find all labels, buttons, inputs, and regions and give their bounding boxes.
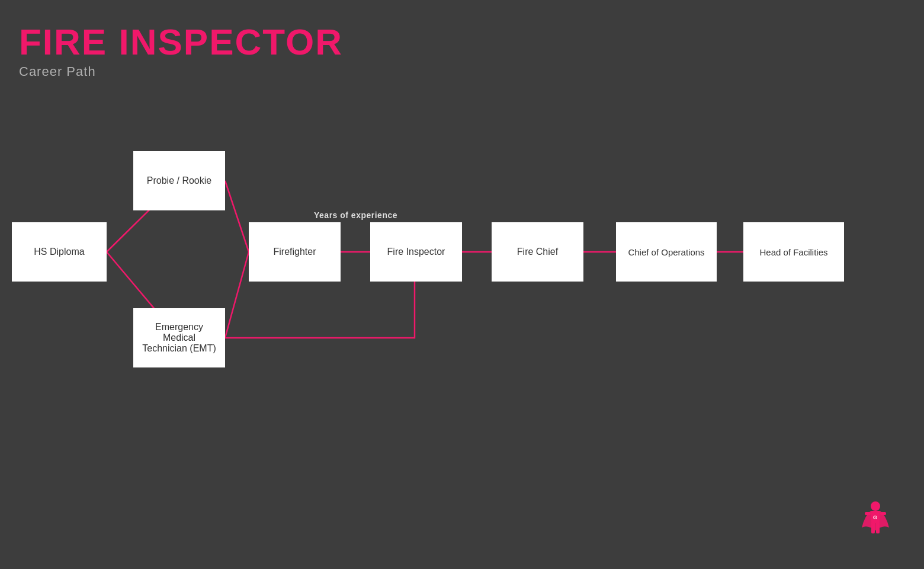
card-head-facilities: Head of Facilities [743,222,844,282]
svg-text:G: G [873,514,877,520]
svg-rect-11 [876,522,880,533]
card-emt: Emergency MedicalTechnician (EMT) [133,308,225,367]
card-probie: Probie / Rookie [133,151,225,210]
svg-rect-12 [865,512,871,515]
card-fire-chief: Fire Chief [492,222,583,282]
header: FIRE INSPECTOR Career Path [19,24,343,79]
svg-rect-10 [871,522,875,533]
card-firefighter: Firefighter [249,222,341,282]
page-subtitle: Career Path [19,64,343,79]
page-title: FIRE INSPECTOR [19,24,343,60]
card-fire-inspector: Fire Inspector [370,222,462,282]
career-diagram: Years of experience HS DiplomaProbie / R… [0,119,924,450]
svg-rect-13 [880,512,886,515]
card-hs-diploma: HS Diploma [12,222,107,282]
svg-line-1 [225,181,249,252]
svg-point-8 [871,501,880,511]
years-label: Years of experience [314,210,397,220]
brand-logo: G [853,498,900,545]
card-chief-ops: Chief of Operations [616,222,717,282]
svg-line-3 [225,252,249,338]
